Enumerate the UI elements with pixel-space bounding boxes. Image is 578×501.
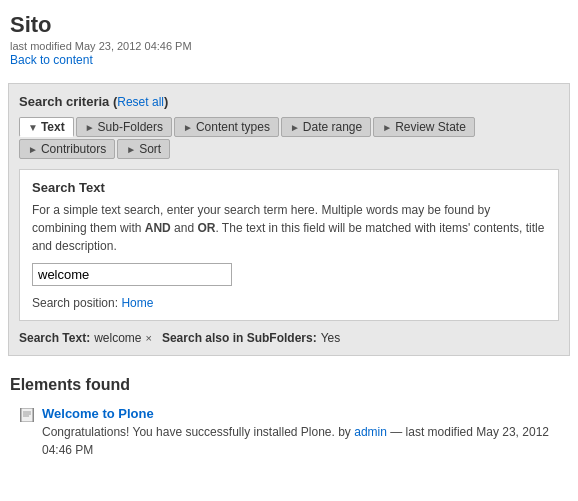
desc-middle: and (171, 221, 198, 235)
search-text-remove-button[interactable]: × (146, 332, 152, 344)
result-title: Welcome to Plone (42, 406, 558, 421)
tab-sort-label: Sort (139, 142, 161, 156)
active-filters: Search Text: welcome × Search also in Su… (19, 331, 559, 345)
svg-rect-0 (21, 408, 33, 422)
result-content: Welcome to Plone Congratulations! You ha… (42, 406, 558, 459)
search-text-description: For a simple text search, enter your sea… (32, 201, 546, 255)
tab-contributors[interactable]: ► Contributors (19, 139, 115, 159)
and-keyword: AND (145, 221, 171, 235)
arrow-right-icon: ► (290, 122, 300, 133)
result-doc-icon (20, 408, 34, 422)
search-position-label: Search position: (32, 296, 118, 310)
search-text-input[interactable] (32, 263, 232, 286)
search-tabs: ▼ Text ► Sub-Folders ► Content types ► D… (19, 117, 559, 159)
page-header: Sito last modified May 23, 2012 04:46 PM… (0, 0, 578, 73)
page-title: Sito (10, 12, 568, 38)
result-item: Welcome to Plone Congratulations! You ha… (10, 402, 568, 463)
tab-content-types-label: Content types (196, 120, 270, 134)
result-desc-before: Congratulations! You have successfully i… (42, 425, 354, 439)
subfolders-filter-label: Search also in SubFolders: (162, 331, 317, 345)
reset-all-link[interactable]: Reset all (117, 95, 164, 109)
arrow-down-icon: ▼ (28, 122, 38, 133)
search-position: Search position: Home (32, 296, 546, 310)
result-author-link[interactable]: admin (354, 425, 387, 439)
search-position-link[interactable]: Home (121, 296, 153, 310)
subfolders-filter-value: Yes (321, 331, 341, 345)
tab-sub-folders-label: Sub-Folders (98, 120, 163, 134)
search-text-panel-title: Search Text (32, 180, 546, 195)
tab-text-label: Text (41, 120, 65, 134)
tab-date-range[interactable]: ► Date range (281, 117, 371, 137)
elements-found-section: Elements found Welcome to Plone Congratu… (0, 366, 578, 469)
search-text-filter-value: welcome (94, 331, 141, 345)
arrow-right-icon: ► (85, 122, 95, 133)
search-criteria-title: Search criteria (Reset all) (19, 94, 559, 109)
search-criteria-box: Search criteria (Reset all) ▼ Text ► Sub… (8, 83, 570, 356)
arrow-right-icon: ► (28, 144, 38, 155)
arrow-right-icon: ► (126, 144, 136, 155)
search-text-panel: Search Text For a simple text search, en… (19, 169, 559, 321)
tab-sort[interactable]: ► Sort (117, 139, 170, 159)
result-title-link[interactable]: Welcome to Plone (42, 406, 154, 421)
result-description: Congratulations! You have successfully i… (42, 423, 558, 459)
arrow-right-icon: ► (382, 122, 392, 133)
tab-text[interactable]: ▼ Text (19, 117, 74, 137)
tab-review-state[interactable]: ► Review State (373, 117, 475, 137)
search-text-filter-badge: Search Text: welcome × (19, 331, 152, 345)
tab-content-types[interactable]: ► Content types (174, 117, 279, 137)
last-modified: last modified May 23, 2012 04:46 PM (10, 40, 568, 52)
tab-review-state-label: Review State (395, 120, 466, 134)
subfolders-filter-badge: Search also in SubFolders: Yes (162, 331, 340, 345)
tab-sub-folders[interactable]: ► Sub-Folders (76, 117, 172, 137)
tab-date-range-label: Date range (303, 120, 362, 134)
arrow-right-icon: ► (183, 122, 193, 133)
back-to-content-link[interactable]: Back to content (10, 53, 93, 67)
tab-contributors-label: Contributors (41, 142, 106, 156)
or-keyword: OR (197, 221, 215, 235)
elements-found-title: Elements found (10, 376, 568, 394)
search-text-filter-label: Search Text: (19, 331, 90, 345)
